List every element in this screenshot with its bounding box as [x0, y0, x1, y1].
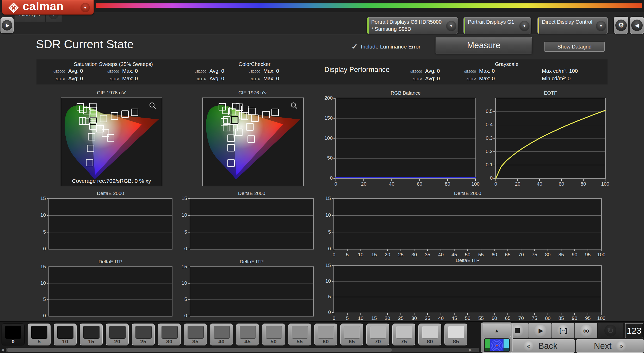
x-tick-label: 75	[532, 252, 537, 258]
x-tick-label: 45	[451, 252, 457, 258]
x-tick-label: 40	[389, 181, 394, 187]
x-tick-label: 10	[358, 315, 363, 321]
y-tick-label: 0	[478, 175, 493, 181]
x-tick-label: 15	[371, 315, 377, 321]
scrollbar-right-arrow[interactable]: ▶	[469, 348, 472, 352]
pattern-scrollbar-track[interactable]	[6, 348, 479, 352]
x-tick-label: 10	[358, 252, 363, 258]
y-tick-label: 10	[172, 212, 187, 218]
x-tick-label: 85	[559, 252, 564, 258]
calman-logo-button[interactable]: calman ▼	[2, 0, 94, 15]
grayscale-patch-55[interactable]: 55	[288, 324, 311, 345]
patch-color	[422, 326, 438, 339]
chart-title: DeltaE 2000	[318, 191, 617, 196]
grayscale-patch-20[interactable]: 20	[106, 324, 129, 345]
grayscale-patch-25[interactable]: 25	[132, 324, 155, 345]
grayscale-patch-45[interactable]: 45	[236, 324, 259, 345]
stat-metric-label: dEITP	[245, 77, 263, 81]
meter-dropdown-line1: Portrait Displays C6 HDR5000	[371, 19, 442, 25]
scrollbar-left-arrow[interactable]: ◀	[1, 348, 4, 352]
x-tick-label: 35	[425, 315, 430, 321]
x-tick-label: 0	[333, 252, 336, 258]
grayscale-patch-80[interactable]: 80	[418, 324, 441, 345]
y-tick-label: 0	[172, 246, 187, 252]
meter-dropdown[interactable]: Portrait Displays C6 HDR5000 * Samsung S…	[367, 17, 458, 34]
x-tick-label: 70	[518, 315, 524, 321]
x-tick-label: 100	[471, 181, 480, 187]
source-dropdown[interactable]: Portrait Displays G1 ▼	[463, 17, 531, 34]
x-tick-label: 60	[492, 315, 497, 321]
x-tick-label: 80	[445, 181, 450, 187]
stat-value: Max: 0	[479, 68, 514, 74]
chevron-down-icon: ▼	[446, 21, 456, 31]
x-tick-label: 55	[478, 315, 484, 321]
chart-title: EOTF	[480, 90, 621, 96]
include-luminance-checkbox[interactable]: ✓ Include Luminance Error	[351, 43, 420, 51]
stat-metric-label: dE2000	[245, 70, 263, 74]
x-tick-label: 50	[465, 252, 470, 258]
grayscale-patch-75[interactable]: 75	[392, 324, 415, 345]
x-tick-label: 80	[545, 252, 550, 258]
patch-label: 55	[288, 338, 311, 345]
loop-continuous-button[interactable]: ∞	[575, 323, 597, 338]
chart-title: CIE 1976 u'v'	[187, 90, 319, 96]
grayscale-patch-0[interactable]: 0	[2, 324, 24, 345]
patch-label: 75	[393, 338, 415, 345]
collapse-panel-button[interactable]: ◀	[630, 17, 644, 34]
stat-row: dE2000Avg: 0dE2000Max: 0	[191, 68, 318, 76]
patch-label: 20	[106, 338, 128, 345]
patch-label: 0	[2, 338, 24, 345]
pattern-counter[interactable]: 123	[625, 323, 643, 338]
y-tick-label: 0	[316, 309, 331, 315]
patch-label: 85	[445, 338, 467, 345]
grayscale-patch-65[interactable]: 65	[340, 324, 363, 345]
sync-button[interactable]: ↻	[598, 323, 623, 338]
eotf-chart: EOTF00.10.20.30.40.5020406080100	[495, 98, 606, 179]
patch-color	[266, 326, 282, 339]
display-control-dropdown[interactable]: Direct Display Control ▼	[537, 17, 608, 34]
patch-color	[292, 326, 308, 339]
x-tick-label: 60	[559, 181, 564, 187]
settings-button[interactable]: ⚙	[614, 17, 628, 34]
play-button[interactable]: ▶	[529, 323, 552, 338]
meter-dropdown-line2: * Samsung S95D	[371, 26, 411, 32]
x-tick-label: 40	[537, 181, 542, 187]
next-button[interactable]: Next »	[576, 339, 644, 353]
interval-button[interactable]: [··]	[552, 323, 574, 338]
scroll-up-button[interactable]: ▲	[483, 324, 511, 337]
chevron-left-icon: ◀	[631, 20, 643, 31]
grayscale-patch-85[interactable]: 85	[444, 324, 467, 345]
calman-app: calman ▼ ▶ History 1 + Portrait Displays…	[0, 0, 644, 353]
grayscale-patch-40[interactable]: 40	[210, 324, 233, 345]
measure-button[interactable]: Measure	[436, 37, 532, 53]
grayscale-patch-35[interactable]: 35	[184, 324, 207, 345]
back-button[interactable]: « Back	[506, 339, 575, 353]
y-tick-label: 15	[172, 196, 187, 201]
coverage-annotation: Coverage rec.709/sRGB: 0 % xy	[61, 178, 162, 184]
grayscale-patch-70[interactable]: 70	[366, 324, 389, 345]
patch-color	[5, 326, 21, 339]
stat-group-title: ColorChecker	[191, 61, 318, 68]
patch-color	[448, 326, 464, 339]
pattern-scrollbar-thumb[interactable]	[7, 348, 392, 352]
x-tick-label: 75	[532, 315, 537, 321]
grayscale-patch-10[interactable]: 10	[54, 324, 77, 345]
panel-expand-button[interactable]: ▶	[1, 17, 14, 33]
pattern-preview-button[interactable]	[484, 338, 510, 352]
grayscale-patch-5[interactable]: 5	[28, 324, 51, 345]
grayscale-patch-50[interactable]: 50	[262, 324, 285, 345]
magnifier-zoom-icon[interactable]	[150, 103, 156, 108]
show-datagrid-button[interactable]: Show Datagrid	[544, 42, 605, 52]
x-tick-label: 95	[585, 252, 591, 258]
patch-label: 50	[262, 338, 285, 345]
stat-value: Min cd/m²: 0	[533, 76, 598, 82]
patch-color	[344, 326, 360, 339]
chevrons-right-icon: »	[616, 341, 626, 351]
magnifier-zoom-icon[interactable]	[291, 103, 297, 108]
grayscale-patch-60[interactable]: 60	[314, 324, 337, 345]
grayscale-patch-15[interactable]: 15	[80, 324, 103, 345]
play-icon: ▶	[534, 325, 546, 337]
grayscale-patch-30[interactable]: 30	[158, 324, 181, 345]
stat-metric-label: dEITP	[49, 77, 68, 81]
stat-value: Avg: 0	[425, 68, 460, 74]
